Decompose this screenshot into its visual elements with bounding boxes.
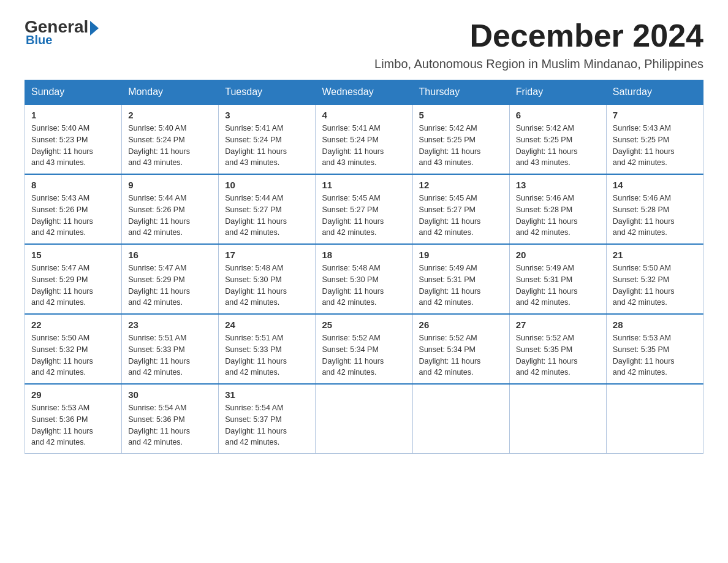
- day-number: 27: [516, 320, 600, 330]
- calendar-cell: 12 Sunrise: 5:45 AMSunset: 5:27 PMDaylig…: [412, 174, 509, 244]
- day-info: Sunrise: 5:48 AMSunset: 5:30 PMDaylight:…: [225, 262, 309, 308]
- day-info: Sunrise: 5:47 AMSunset: 5:29 PMDaylight:…: [128, 262, 212, 308]
- day-number: 30: [128, 389, 212, 400]
- calendar-cell: 4 Sunrise: 5:41 AMSunset: 5:24 PMDayligh…: [316, 104, 412, 174]
- day-info: Sunrise: 5:46 AMSunset: 5:28 PMDaylight:…: [613, 193, 697, 239]
- day-number: 10: [225, 180, 309, 190]
- day-number: 31: [225, 389, 309, 400]
- calendar-table: SundayMondayTuesdayWednesdayThursdayFrid…: [25, 80, 703, 454]
- day-number: 23: [128, 320, 212, 330]
- calendar-cell: 15 Sunrise: 5:47 AMSunset: 5:29 PMDaylig…: [25, 244, 122, 314]
- day-number: 1: [31, 110, 115, 120]
- calendar-cell: 8 Sunrise: 5:43 AMSunset: 5:26 PMDayligh…: [25, 174, 122, 244]
- calendar-cell: 10 Sunrise: 5:44 AMSunset: 5:27 PMDaylig…: [219, 174, 316, 244]
- day-info: Sunrise: 5:48 AMSunset: 5:30 PMDaylight:…: [322, 262, 406, 308]
- day-number: 17: [225, 250, 309, 260]
- calendar-week-2: 8 Sunrise: 5:43 AMSunset: 5:26 PMDayligh…: [25, 174, 703, 244]
- calendar-week-5: 29 Sunrise: 5:53 AMSunset: 5:36 PMDaylig…: [25, 384, 703, 454]
- calendar-cell: 7 Sunrise: 5:43 AMSunset: 5:25 PMDayligh…: [606, 104, 703, 174]
- day-number: 2: [128, 110, 212, 120]
- calendar-cell: 27 Sunrise: 5:52 AMSunset: 5:35 PMDaylig…: [509, 314, 606, 384]
- calendar-cell: 28 Sunrise: 5:53 AMSunset: 5:35 PMDaylig…: [606, 314, 703, 384]
- month-title: December 2024: [374, 18, 703, 53]
- page-header: General Blue December 2024 Limbo, Autono…: [25, 18, 703, 71]
- calendar-week-1: 1 Sunrise: 5:40 AMSunset: 5:23 PMDayligh…: [25, 104, 703, 174]
- calendar-week-4: 22 Sunrise: 5:50 AMSunset: 5:32 PMDaylig…: [25, 314, 703, 384]
- day-info: Sunrise: 5:54 AMSunset: 5:37 PMDaylight:…: [225, 402, 309, 448]
- day-info: Sunrise: 5:45 AMSunset: 5:27 PMDaylight:…: [419, 193, 503, 239]
- day-number: 25: [322, 320, 406, 330]
- day-number: 5: [419, 110, 503, 120]
- day-info: Sunrise: 5:50 AMSunset: 5:32 PMDaylight:…: [613, 262, 697, 308]
- calendar-cell: 21 Sunrise: 5:50 AMSunset: 5:32 PMDaylig…: [606, 244, 703, 314]
- day-number: 19: [419, 250, 503, 260]
- day-info: Sunrise: 5:51 AMSunset: 5:33 PMDaylight:…: [128, 332, 212, 378]
- day-info: Sunrise: 5:51 AMSunset: 5:33 PMDaylight:…: [225, 332, 309, 378]
- logo-blue: Blue: [25, 33, 52, 47]
- day-number: 22: [31, 320, 115, 330]
- calendar-cell: 18 Sunrise: 5:48 AMSunset: 5:30 PMDaylig…: [316, 244, 412, 314]
- calendar-cell: [316, 384, 412, 454]
- calendar-cell: 26 Sunrise: 5:52 AMSunset: 5:34 PMDaylig…: [412, 314, 509, 384]
- day-number: 12: [419, 180, 503, 190]
- day-info: Sunrise: 5:52 AMSunset: 5:34 PMDaylight:…: [419, 332, 503, 378]
- calendar-cell: 6 Sunrise: 5:42 AMSunset: 5:25 PMDayligh…: [509, 104, 606, 174]
- day-number: 29: [31, 389, 115, 400]
- day-number: 9: [128, 180, 212, 190]
- day-number: 13: [516, 180, 600, 190]
- day-number: 20: [516, 250, 600, 260]
- calendar-cell: 1 Sunrise: 5:40 AMSunset: 5:23 PMDayligh…: [25, 104, 122, 174]
- day-info: Sunrise: 5:54 AMSunset: 5:36 PMDaylight:…: [128, 402, 212, 448]
- title-area: December 2024 Limbo, Autonomous Region i…: [374, 18, 703, 71]
- day-info: Sunrise: 5:44 AMSunset: 5:26 PMDaylight:…: [128, 193, 212, 239]
- day-number: 28: [613, 320, 697, 330]
- day-number: 4: [322, 110, 406, 120]
- header-cell-friday: Friday: [509, 80, 606, 105]
- day-number: 8: [31, 180, 115, 190]
- calendar-cell: 19 Sunrise: 5:49 AMSunset: 5:31 PMDaylig…: [412, 244, 509, 314]
- calendar-header-row: SundayMondayTuesdayWednesdayThursdayFrid…: [25, 80, 703, 105]
- day-info: Sunrise: 5:53 AMSunset: 5:35 PMDaylight:…: [613, 332, 697, 378]
- day-info: Sunrise: 5:41 AMSunset: 5:24 PMDaylight:…: [225, 123, 309, 169]
- calendar-cell: 14 Sunrise: 5:46 AMSunset: 5:28 PMDaylig…: [606, 174, 703, 244]
- day-info: Sunrise: 5:47 AMSunset: 5:29 PMDaylight:…: [31, 262, 115, 308]
- day-info: Sunrise: 5:52 AMSunset: 5:34 PMDaylight:…: [322, 332, 406, 378]
- day-info: Sunrise: 5:40 AMSunset: 5:23 PMDaylight:…: [31, 123, 115, 169]
- calendar-cell: 24 Sunrise: 5:51 AMSunset: 5:33 PMDaylig…: [219, 314, 316, 384]
- calendar-cell: 25 Sunrise: 5:52 AMSunset: 5:34 PMDaylig…: [316, 314, 412, 384]
- subtitle: Limbo, Autonomous Region in Muslim Minda…: [374, 57, 703, 71]
- day-number: 21: [613, 250, 697, 260]
- header-cell-sunday: Sunday: [25, 80, 122, 105]
- day-info: Sunrise: 5:49 AMSunset: 5:31 PMDaylight:…: [419, 262, 503, 308]
- day-number: 26: [419, 320, 503, 330]
- day-number: 15: [31, 250, 115, 260]
- calendar-cell: [412, 384, 509, 454]
- logo: General Blue: [25, 18, 99, 47]
- day-info: Sunrise: 5:49 AMSunset: 5:31 PMDaylight:…: [516, 262, 600, 308]
- day-info: Sunrise: 5:42 AMSunset: 5:25 PMDaylight:…: [516, 123, 600, 169]
- day-info: Sunrise: 5:43 AMSunset: 5:26 PMDaylight:…: [31, 193, 115, 239]
- calendar-cell: [509, 384, 606, 454]
- day-info: Sunrise: 5:42 AMSunset: 5:25 PMDaylight:…: [419, 123, 503, 169]
- calendar-cell: 23 Sunrise: 5:51 AMSunset: 5:33 PMDaylig…: [122, 314, 219, 384]
- day-number: 14: [613, 180, 697, 190]
- day-number: 7: [613, 110, 697, 120]
- calendar-week-3: 15 Sunrise: 5:47 AMSunset: 5:29 PMDaylig…: [25, 244, 703, 314]
- calendar-cell: 22 Sunrise: 5:50 AMSunset: 5:32 PMDaylig…: [25, 314, 122, 384]
- calendar-cell: 2 Sunrise: 5:40 AMSunset: 5:24 PMDayligh…: [122, 104, 219, 174]
- day-info: Sunrise: 5:43 AMSunset: 5:25 PMDaylight:…: [613, 123, 697, 169]
- day-info: Sunrise: 5:50 AMSunset: 5:32 PMDaylight:…: [31, 332, 115, 378]
- day-info: Sunrise: 5:45 AMSunset: 5:27 PMDaylight:…: [322, 193, 406, 239]
- calendar-cell: 11 Sunrise: 5:45 AMSunset: 5:27 PMDaylig…: [316, 174, 412, 244]
- calendar-cell: 17 Sunrise: 5:48 AMSunset: 5:30 PMDaylig…: [219, 244, 316, 314]
- header-cell-tuesday: Tuesday: [219, 80, 316, 105]
- calendar-cell: 31 Sunrise: 5:54 AMSunset: 5:37 PMDaylig…: [219, 384, 316, 454]
- calendar-cell: [606, 384, 703, 454]
- header-cell-wednesday: Wednesday: [316, 80, 412, 105]
- day-info: Sunrise: 5:52 AMSunset: 5:35 PMDaylight:…: [516, 332, 600, 378]
- day-number: 3: [225, 110, 309, 120]
- calendar-cell: 13 Sunrise: 5:46 AMSunset: 5:28 PMDaylig…: [509, 174, 606, 244]
- day-info: Sunrise: 5:40 AMSunset: 5:24 PMDaylight:…: [128, 123, 212, 169]
- day-info: Sunrise: 5:46 AMSunset: 5:28 PMDaylight:…: [516, 193, 600, 239]
- header-cell-thursday: Thursday: [412, 80, 509, 105]
